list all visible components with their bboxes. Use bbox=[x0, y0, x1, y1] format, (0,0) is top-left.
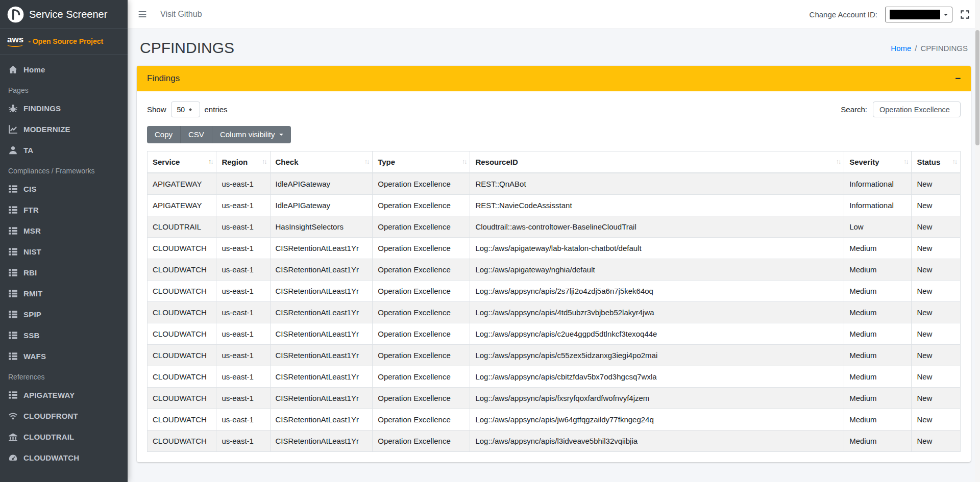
sidebar-item-label: NIST bbox=[23, 247, 41, 256]
cell-service: CLOUDTRAIL bbox=[148, 216, 216, 237]
cell-status: New bbox=[912, 430, 961, 451]
topbar: Visit Github Change Account ID: ████████… bbox=[128, 0, 980, 29]
menu-toggle-icon[interactable] bbox=[138, 10, 147, 19]
column-header-region[interactable]: Region↑↓ bbox=[216, 151, 270, 173]
th-list-icon bbox=[8, 226, 18, 236]
sidebar-item-label: APIGATEWAY bbox=[23, 391, 75, 399]
sidebar-item-label: CLOUDFRONT bbox=[23, 412, 78, 420]
cell-resourceid: Log::/aws/appsync/apis/fxsryfqoxfardfwof… bbox=[470, 387, 844, 409]
column-header-severity[interactable]: Severity↑↓ bbox=[844, 151, 912, 173]
cell-type: Operation Excellence bbox=[373, 237, 470, 259]
page-title: CPFINDINGS bbox=[140, 39, 234, 57]
sort-icon: ↑↓ bbox=[836, 158, 841, 165]
sidebar-item-home[interactable]: Home bbox=[4, 59, 124, 80]
sidebar-item-rbi[interactable]: RBI bbox=[4, 262, 124, 283]
column-visibility-button[interactable]: Column visibility bbox=[212, 126, 291, 143]
cell-resourceid: Log::/aws/appsync/apis/c2ue4ggpd5dtlnkcf… bbox=[470, 323, 844, 344]
sidebar-item-label: Home bbox=[23, 65, 45, 74]
sidebar-item-wafs[interactable]: WAFS bbox=[4, 346, 124, 367]
account-id-value: ████████████ bbox=[890, 10, 940, 19]
show-label: Show bbox=[147, 105, 166, 114]
breadcrumb-home-link[interactable]: Home bbox=[891, 44, 911, 53]
sidebar-item-nist[interactable]: NIST bbox=[4, 241, 124, 262]
account-id-select[interactable]: ████████████ bbox=[885, 7, 952, 22]
sidebar-item-cloudfront[interactable]: CLOUDFRONT bbox=[4, 405, 124, 426]
cell-check: HasInsightSelectors bbox=[270, 216, 373, 237]
table-row: APIGATEWAYus-east-1IdleAPIGatewayOperati… bbox=[148, 173, 961, 195]
sidebar-item-findings[interactable]: FINDINGS bbox=[4, 98, 124, 119]
cell-region: us-east-1 bbox=[216, 323, 270, 344]
table-body: APIGATEWAYus-east-1IdleAPIGatewayOperati… bbox=[148, 173, 961, 452]
sidebar-item-ssb[interactable]: SSB bbox=[4, 325, 124, 346]
scrollbar[interactable] bbox=[975, 0, 980, 482]
cell-region: us-east-1 bbox=[216, 430, 270, 451]
cell-check: CISRetentionAtLeast1Yr bbox=[270, 301, 373, 323]
sidebar-item-cloudtrail[interactable]: CLOUDTRAIL bbox=[4, 426, 124, 447]
cell-check: CISRetentionAtLeast1Yr bbox=[270, 430, 373, 451]
entries-label: entries bbox=[205, 105, 228, 114]
sidebar-item-spip[interactable]: SPIP bbox=[4, 304, 124, 325]
cell-check: CISRetentionAtLeast1Yr bbox=[270, 323, 373, 344]
cell-status: New bbox=[912, 323, 961, 344]
cell-severity: Medium bbox=[844, 387, 912, 409]
findings-card-header[interactable]: Findings − bbox=[137, 66, 971, 91]
sidebar-nav: HomePagesFINDINGSMODERNIZETACompliances … bbox=[0, 55, 128, 472]
copy-button[interactable]: Copy bbox=[147, 126, 180, 143]
sidebar-item-label: RMIT bbox=[23, 289, 42, 298]
findings-card-title: Findings bbox=[147, 73, 180, 84]
brand-title: Service Screener bbox=[29, 9, 107, 20]
page-length-select[interactable]: 50 bbox=[171, 102, 200, 117]
nav-section-header: Compliances / Frameworks bbox=[4, 161, 124, 179]
main: Visit Github Change Account ID: ████████… bbox=[128, 0, 980, 482]
cell-check: CISRetentionAtLeast1Yr bbox=[270, 237, 373, 259]
cell-check: CISRetentionAtLeast1Yr bbox=[270, 280, 373, 301]
sidebar-item-ta[interactable]: TA bbox=[4, 140, 124, 161]
cell-status: New bbox=[912, 366, 961, 387]
th-list-icon bbox=[8, 351, 18, 361]
sidebar-item-apigateway[interactable]: APIGATEWAY bbox=[4, 385, 124, 405]
table-row: CLOUDWATCHus-east-1CISRetentionAtLeast1Y… bbox=[148, 409, 961, 430]
cell-check: CISRetentionAtLeast1Yr bbox=[270, 409, 373, 430]
cell-severity: Medium bbox=[844, 344, 912, 366]
sort-icon: ↑↓ bbox=[952, 158, 957, 165]
th-list-icon bbox=[8, 390, 18, 400]
visit-github-link[interactable]: Visit Github bbox=[160, 10, 202, 19]
brand[interactable]: Service Screener bbox=[0, 0, 128, 29]
sidebar-item-label: CIS bbox=[23, 185, 37, 193]
cell-status: New bbox=[912, 259, 961, 280]
cell-service: APIGATEWAY bbox=[148, 173, 216, 195]
scrollbar-thumb[interactable] bbox=[975, 30, 979, 145]
sidebar-item-rmit[interactable]: RMIT bbox=[4, 283, 124, 304]
column-header-check[interactable]: Check↑↓ bbox=[270, 151, 373, 173]
nav-section-header: References bbox=[4, 367, 124, 385]
sort-icon: ↑↓ bbox=[462, 158, 467, 165]
column-header-resourceid[interactable]: ResourceID↑↓ bbox=[470, 151, 844, 173]
sidebar-item-label: SPIP bbox=[23, 310, 41, 319]
cell-type: Operation Excellence bbox=[373, 280, 470, 301]
cell-service: CLOUDWATCH bbox=[148, 259, 216, 280]
sidebar-item-msr[interactable]: MSR bbox=[4, 220, 124, 241]
sidebar-item-ftr[interactable]: FTR bbox=[4, 199, 124, 220]
column-header-service[interactable]: Service↑↓ bbox=[148, 151, 216, 173]
page-length-control: Show 50 entries bbox=[147, 102, 228, 117]
app-logo-icon bbox=[7, 6, 24, 23]
aws-logo: aws bbox=[7, 35, 23, 47]
cell-severity: Low bbox=[844, 216, 912, 237]
sidebar-item-cis[interactable]: CIS bbox=[4, 179, 124, 199]
collapse-icon[interactable]: − bbox=[955, 73, 961, 84]
chevron-down-icon bbox=[944, 14, 948, 18]
sidebar-item-label: RBI bbox=[23, 268, 37, 277]
sidebar-item-modernize[interactable]: MODERNIZE bbox=[4, 119, 124, 140]
csv-button[interactable]: CSV bbox=[180, 126, 212, 143]
fullscreen-icon[interactable] bbox=[960, 10, 970, 19]
search-input[interactable] bbox=[873, 102, 961, 117]
sidebar-item-cloudwatch[interactable]: CLOUDWATCH bbox=[4, 447, 124, 468]
cell-resourceid: Log::/aws/appsync/apis/2s7lji2o4zdj5a6n7… bbox=[470, 280, 844, 301]
cell-region: us-east-1 bbox=[216, 409, 270, 430]
cell-service: CLOUDWATCH bbox=[148, 344, 216, 366]
findings-card-body: Show 50 entries Search: Copy CSV bbox=[137, 91, 971, 462]
cell-check: CISRetentionAtLeast1Yr bbox=[270, 387, 373, 409]
column-header-status[interactable]: Status↑↓ bbox=[912, 151, 961, 173]
cell-service: CLOUDWATCH bbox=[148, 409, 216, 430]
column-header-type[interactable]: Type↑↓ bbox=[373, 151, 470, 173]
